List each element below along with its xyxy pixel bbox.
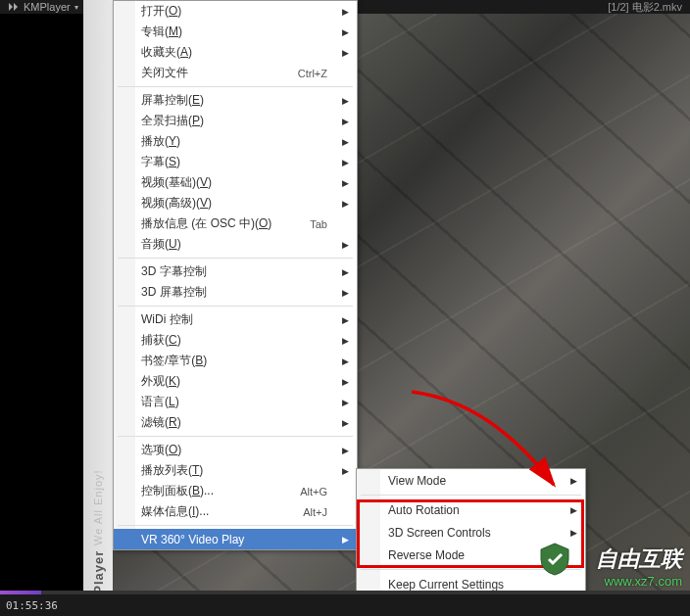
submenu-item-3[interactable]: 3D Screen Controls▶: [357, 521, 585, 544]
menu-item-11[interactable]: 播放信息 (在 OSC 中)(O)Tab: [114, 213, 357, 234]
chevron-right-icon: ▶: [342, 27, 349, 37]
menu-item-20[interactable]: 外观(K)▶: [114, 371, 357, 392]
menu-item-7[interactable]: 播放(Y)▶: [114, 131, 357, 152]
menu-item-22[interactable]: 滤镜(R)▶: [114, 412, 357, 433]
chevron-right-icon: ▶: [342, 178, 349, 188]
chevron-right-icon: ▶: [342, 199, 349, 209]
menu-item-29[interactable]: VR 360° Video Play▶: [114, 529, 357, 549]
menu-item-label: 音频(U): [141, 236, 181, 253]
chevron-right-icon: ▶: [342, 158, 349, 167]
vr-submenu: View Mode▶Auto Rotation▶3D Screen Contro…: [356, 468, 586, 596]
watermark-shield-icon: [537, 542, 572, 577]
chevron-right-icon: ▶: [570, 476, 577, 486]
menu-item-21[interactable]: 语言(L)▶: [114, 392, 357, 412]
menu-item-shortcut: Tab: [310, 218, 327, 230]
submenu-item-label: Reverse Mode: [388, 548, 465, 562]
menu-item-8[interactable]: 字幕(S)▶: [114, 152, 357, 172]
menu-item-0[interactable]: 打开(O)▶: [114, 1, 357, 22]
menu-item-label: 3D 字幕控制: [141, 263, 207, 280]
dropdown-icon[interactable]: ▾: [74, 3, 78, 12]
chevron-right-icon: ▶: [342, 356, 349, 366]
chevron-right-icon: ▶: [342, 7, 349, 17]
menu-item-label: 选项(O): [141, 442, 181, 458]
chevron-right-icon: ▶: [342, 336, 349, 346]
menu-item-label: 书签/章节(B): [141, 353, 207, 369]
menu-item-17[interactable]: WiDi 控制▶: [114, 309, 357, 330]
submenu-separator: [361, 495, 581, 496]
submenu-item-label: Auto Rotation: [388, 503, 460, 517]
menu-item-24[interactable]: 选项(O)▶: [114, 440, 357, 460]
chevron-right-icon: ▶: [342, 535, 349, 545]
menu-item-label: WiDi 控制: [141, 311, 193, 328]
menu-item-label: 视频(高级)(V): [141, 195, 212, 212]
context-menu: 打开(O)▶专辑(M)▶收藏夹(A)▶关闭文件Ctrl+Z屏幕控制(E)▶全景扫…: [113, 0, 358, 550]
chevron-right-icon: ▶: [342, 137, 349, 147]
menu-item-label: 打开(O): [141, 3, 181, 20]
menu-item-15[interactable]: 3D 屏幕控制▶: [114, 282, 357, 303]
app-logo-icon: [8, 2, 20, 12]
menu-item-label: 捕获(C): [141, 332, 181, 349]
menu-item-label: 全景扫描(P): [141, 113, 204, 129]
menu-item-label: 视频(基础)(V): [141, 174, 212, 191]
menu-item-2[interactable]: 收藏夹(A)▶: [114, 42, 357, 63]
menu-item-9[interactable]: 视频(基础)(V)▶: [114, 172, 357, 193]
side-brand-label: KMPlayer We All Enjoy!: [83, 0, 113, 616]
menu-item-label: VR 360° Video Play: [141, 533, 244, 546]
menu-item-19[interactable]: 书签/章节(B)▶: [114, 351, 357, 371]
menu-separator: [118, 436, 353, 437]
submenu-item-label: 3D Screen Controls: [388, 526, 491, 540]
menu-item-label: 收藏夹(A): [141, 44, 192, 61]
menu-item-label: 3D 屏幕控制: [141, 284, 207, 301]
menu-item-label: 关闭文件: [141, 65, 188, 81]
chevron-right-icon: ▶: [570, 505, 577, 515]
chevron-right-icon: ▶: [342, 446, 349, 455]
app-name: KMPlayer: [24, 1, 71, 13]
menu-item-label: 字幕(S): [141, 154, 180, 170]
chevron-right-icon: ▶: [342, 240, 349, 250]
menu-item-26[interactable]: 控制面板(B)...Alt+G: [114, 481, 357, 501]
menu-item-label: 播放列表(T): [141, 462, 203, 479]
menu-item-label: 屏幕控制(E): [141, 92, 204, 109]
menu-item-5[interactable]: 屏幕控制(E)▶: [114, 90, 357, 111]
menu-item-label: 播放信息 (在 OSC 中)(O): [141, 215, 271, 232]
menu-separator: [118, 258, 353, 259]
chevron-right-icon: ▶: [342, 466, 349, 476]
bottombar: 01:55:36: [0, 594, 690, 616]
chevron-right-icon: ▶: [342, 377, 349, 387]
time-display: 01:55:36: [6, 599, 58, 612]
menu-item-18[interactable]: 捕获(C)▶: [114, 330, 357, 351]
menu-item-label: 滤镜(R): [141, 414, 181, 431]
submenu-item-2[interactable]: Auto Rotation▶: [357, 498, 585, 521]
menu-item-14[interactable]: 3D 字幕控制▶: [114, 261, 357, 282]
menu-separator: [118, 306, 353, 307]
menu-item-6[interactable]: 全景扫描(P)▶: [114, 111, 357, 131]
menu-item-label: 专辑(M): [141, 24, 182, 40]
menu-item-12[interactable]: 音频(U)▶: [114, 234, 357, 255]
menu-item-label: 语言(L): [141, 394, 179, 410]
menu-item-label: 媒体信息(I)...: [141, 503, 209, 520]
current-file-label: [1/2] 电影2.mkv: [608, 0, 682, 15]
menu-item-25[interactable]: 播放列表(T)▶: [114, 460, 357, 481]
titlebar-left: KMPlayer ▾: [8, 1, 78, 13]
menu-separator: [118, 86, 353, 87]
menu-item-10[interactable]: 视频(高级)(V)▶: [114, 193, 357, 213]
menu-item-1[interactable]: 专辑(M)▶: [114, 22, 357, 42]
chevron-right-icon: ▶: [342, 398, 349, 407]
menu-item-label: 播放(Y): [141, 133, 180, 150]
video-left-letterbox: [0, 14, 83, 594]
chevron-right-icon: ▶: [342, 48, 349, 58]
submenu-item-label: View Mode: [388, 474, 446, 488]
chevron-right-icon: ▶: [342, 288, 349, 298]
menu-item-shortcut: Ctrl+Z: [298, 68, 327, 79]
submenu-item-0[interactable]: View Mode▶: [357, 469, 585, 492]
menu-separator: [118, 525, 353, 526]
menu-item-label: 外观(K): [141, 373, 180, 390]
menu-item-3[interactable]: 关闭文件Ctrl+Z: [114, 63, 357, 83]
chevron-right-icon: ▶: [570, 528, 577, 538]
menu-item-27[interactable]: 媒体信息(I)...Alt+J: [114, 501, 357, 522]
menu-item-shortcut: Alt+J: [303, 506, 327, 518]
menu-item-shortcut: Alt+G: [300, 486, 327, 498]
chevron-right-icon: ▶: [342, 315, 349, 325]
submenu-item-label: Keep Current Settings: [388, 578, 504, 592]
menu-item-label: 控制面板(B)...: [141, 483, 214, 499]
